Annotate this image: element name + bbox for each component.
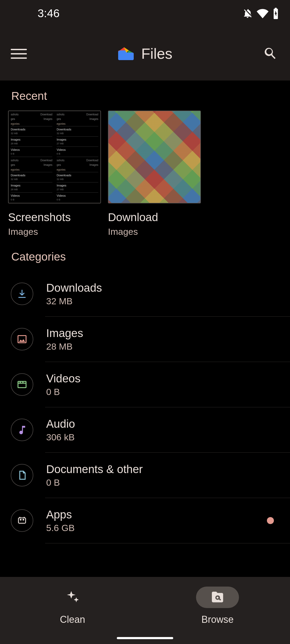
- recent-thumbnail: [108, 111, 201, 203]
- category-item-images[interactable]: Images 28 MB: [0, 317, 290, 362]
- category-item-documents[interactable]: Documents & other 0 B: [0, 453, 290, 498]
- recent-card-subtitle: Images: [108, 226, 201, 237]
- recent-card-subtitle: Images: [8, 226, 101, 237]
- category-title: Downloads: [46, 281, 279, 294]
- category-size: 28 MB: [46, 341, 279, 352]
- nav-item-clean[interactable]: Clean: [0, 577, 145, 644]
- image-icon: [11, 328, 33, 350]
- apps-icon: [11, 509, 33, 532]
- category-title: Images: [46, 327, 279, 340]
- search-icon: [263, 46, 278, 61]
- category-item-audio[interactable]: Audio 306 kB: [0, 407, 290, 452]
- app-bar: Files: [0, 27, 290, 80]
- category-size: 32 MB: [46, 296, 279, 306]
- files-logo-icon: [118, 47, 134, 60]
- status-bar: 3:46: [0, 0, 290, 27]
- wifi-icon: [257, 8, 269, 19]
- category-item-videos[interactable]: Videos 0 B: [0, 362, 290, 407]
- document-icon: [11, 464, 33, 486]
- dnd-off-icon: [242, 8, 253, 19]
- audio-icon: [11, 419, 33, 441]
- folder-search-icon: [210, 590, 225, 605]
- svg-rect-1: [18, 381, 26, 387]
- category-size: 0 B: [46, 387, 279, 397]
- status-icons: [242, 8, 279, 19]
- category-size: 0 B: [46, 477, 279, 488]
- category-title: Apps: [46, 508, 262, 521]
- category-title: Documents & other: [46, 463, 279, 476]
- gesture-handle[interactable]: [117, 637, 173, 639]
- nav-item-browse[interactable]: Browse: [145, 577, 290, 644]
- battery-charging-icon: [272, 8, 279, 19]
- app-title: Files: [141, 45, 172, 62]
- categories-list: Downloads 32 MB Images 28 MB Videos 0 B: [0, 271, 290, 543]
- recent-carousel[interactable]: sshotsDownload gesImages egories Downloa…: [0, 111, 290, 250]
- recent-card-download[interactable]: Download Images: [108, 111, 201, 237]
- search-button[interactable]: [263, 46, 279, 62]
- recent-card-title: Screenshots: [8, 211, 101, 224]
- bottom-nav: Clean Browse: [0, 577, 290, 644]
- category-title: Videos: [46, 372, 279, 385]
- video-icon: [11, 373, 33, 396]
- nav-label: Clean: [60, 614, 85, 625]
- category-size: 306 kB: [46, 432, 279, 442]
- download-icon: [11, 283, 33, 305]
- status-time: 3:46: [38, 7, 60, 20]
- menu-button[interactable]: [11, 46, 27, 62]
- recent-card-title: Download: [108, 211, 201, 224]
- category-title: Audio: [46, 418, 279, 430]
- category-item-apps[interactable]: Apps 5.6 GB: [0, 498, 290, 543]
- notification-dot-icon: [267, 517, 274, 524]
- category-item-downloads[interactable]: Downloads 32 MB: [0, 271, 290, 316]
- svg-rect-2: [19, 518, 26, 523]
- categories-header: Categories: [0, 250, 290, 271]
- svg-point-3: [20, 519, 21, 520]
- main-content: Recent sshotsDownload gesImages egories …: [0, 80, 290, 644]
- recent-header: Recent: [0, 90, 290, 111]
- nav-label: Browse: [201, 614, 234, 625]
- recent-thumbnail: sshotsDownload gesImages egories Downloa…: [8, 111, 101, 203]
- svg-point-4: [23, 519, 24, 520]
- category-size: 5.6 GB: [46, 523, 262, 533]
- sparkle-icon: [65, 590, 80, 605]
- recent-card-screenshots[interactable]: sshotsDownload gesImages egories Downloa…: [8, 111, 101, 237]
- app-title-wrap: Files: [27, 45, 263, 62]
